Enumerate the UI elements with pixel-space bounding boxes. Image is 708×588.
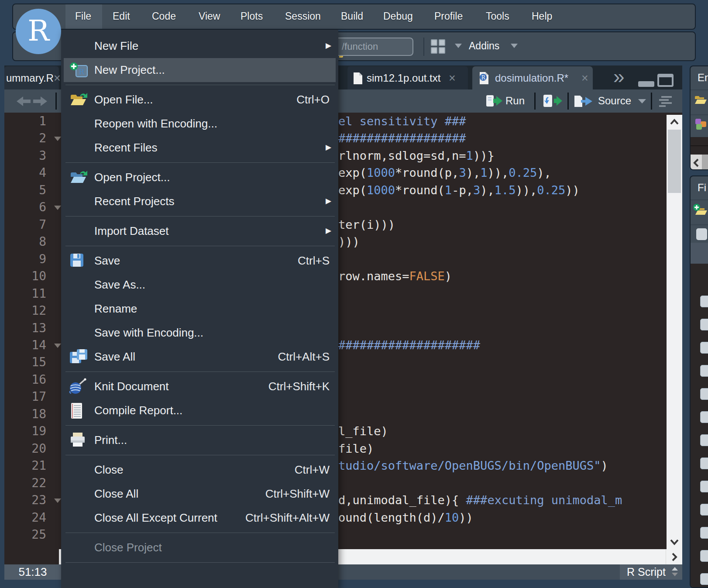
close-tab-icon[interactable]: × <box>449 72 456 85</box>
menu-item-open-file[interactable]: Open File...Ctrl+O <box>61 88 338 112</box>
menu-item-save-with-encoding[interactable]: Save with Encoding... <box>61 321 338 345</box>
menu-item-open-project[interactable]: Open Project... <box>61 165 338 189</box>
menu-item-label: Open Project... <box>94 171 170 184</box>
submenu-arrow-icon: ▶ <box>326 226 331 235</box>
load-workspace-folder-icon[interactable] <box>694 93 708 107</box>
menu-item-new-file[interactable]: New File▶ <box>61 34 338 58</box>
menu-item-import-dataset[interactable]: Import Dataset▶ <box>61 219 338 243</box>
menu-item-save[interactable]: SaveCtrl+S <box>61 249 338 273</box>
new-folder-icon[interactable] <box>693 203 708 218</box>
line-number: 7 <box>4 216 53 234</box>
rerun-icon[interactable] <box>543 94 564 110</box>
menu-item-recent-projects[interactable]: Recent Projects▶ <box>61 189 338 213</box>
minimize-pane-icon[interactable] <box>638 81 654 87</box>
goto-file-function-input[interactable]: /function <box>334 38 413 56</box>
scroll-left-icon[interactable] <box>693 158 700 167</box>
environment-horizontal-scrollbar[interactable] <box>691 155 708 170</box>
file-row-checkbox[interactable] <box>700 527 708 539</box>
forward-arrow-icon[interactable] <box>32 96 48 109</box>
menubar-item-code[interactable]: Code <box>152 10 176 22</box>
tab-summary[interactable]: ummary.R × <box>4 66 59 89</box>
menu-item-knit-document[interactable]: Knit DocumentCtrl+Shift+K <box>61 375 338 399</box>
scroll-right-icon[interactable] <box>666 549 682 564</box>
close-tab-icon[interactable]: × <box>54 72 61 85</box>
source-icon[interactable] <box>574 95 595 110</box>
menubar-item-tools[interactable]: Tools <box>486 10 509 22</box>
file-row-checkbox[interactable] <box>700 573 708 585</box>
file-row-checkbox[interactable] <box>700 388 708 400</box>
menubar-item-help[interactable]: Help <box>532 10 552 22</box>
menu-item-label: Knit Document <box>94 380 169 393</box>
run-button[interactable]: Run <box>505 95 525 107</box>
run-icon[interactable] <box>485 94 505 109</box>
file-row-checkbox[interactable] <box>700 481 708 492</box>
menu-item-reopen-with-encoding[interactable]: Reopen with Encoding... <box>61 112 338 136</box>
menu-item-rename[interactable]: Rename <box>61 297 338 321</box>
line-number: 6 <box>4 199 53 216</box>
code-line-14: #################### <box>338 337 480 354</box>
menu-item-new-project[interactable]: RNew Project... <box>64 58 336 82</box>
menubar-item-file[interactable]: File <box>75 10 91 22</box>
file-row-checkbox[interactable] <box>700 319 708 330</box>
file-row-checkbox[interactable] <box>700 342 708 354</box>
scroll-down-icon[interactable] <box>670 539 679 546</box>
menu-item-icon-empty <box>69 485 89 503</box>
addins-dropdown-caret-icon[interactable] <box>511 44 518 48</box>
line-number: 25 <box>4 526 53 543</box>
menubar-item-debug[interactable]: Debug <box>383 10 413 22</box>
fold-marker-icon[interactable] <box>54 206 61 210</box>
new-project-icon: R <box>69 62 89 79</box>
panes-layout-icon[interactable] <box>431 39 446 54</box>
menu-separator <box>61 560 338 565</box>
file-row-checkbox[interactable] <box>700 434 708 446</box>
menu-item-save-all[interactable]: Save AllCtrl+Alt+S <box>61 345 338 369</box>
maximize-pane-icon[interactable] <box>657 74 674 87</box>
file-row-checkbox[interactable] <box>700 504 708 516</box>
cursor-position-indicator[interactable]: 51:13 <box>4 564 61 580</box>
menu-item-label: Save <box>94 254 120 268</box>
menu-item-close[interactable]: CloseCtrl+W <box>61 458 338 482</box>
menu-item-recent-files[interactable]: Recent Files▶ <box>61 136 338 160</box>
fold-marker-icon[interactable] <box>54 137 61 141</box>
addins-button[interactable]: Addins <box>469 40 499 52</box>
menubar-item-profile[interactable]: Profile <box>434 10 463 22</box>
logo-letter: R <box>27 14 49 48</box>
menubar-item-plots[interactable]: Plots <box>241 10 263 22</box>
menu-item-save-as[interactable]: Save As... <box>61 273 338 297</box>
select-all-checkbox[interactable] <box>696 228 707 240</box>
import-dataset-icon[interactable] <box>694 118 708 133</box>
tab-overflow-icon[interactable]: » <box>613 65 623 88</box>
file-row-checkbox[interactable] <box>700 365 708 377</box>
menu-item-close-all-except-current[interactable]: Close All Except CurrentCtrl+Shift+Alt+W <box>61 506 338 530</box>
print-icon <box>69 432 89 449</box>
file-menu-dropdown: New File▶RNew Project...Open File...Ctrl… <box>61 30 338 588</box>
toolbar-divider <box>55 93 57 110</box>
menubar-item-edit[interactable]: Edit <box>113 10 130 22</box>
scroll-up-icon[interactable] <box>670 118 679 125</box>
rstudio-window: FileEditCodeViewPlotsSessionBuildDebugPr… <box>0 0 708 588</box>
menubar-item-session[interactable]: Session <box>285 10 321 22</box>
tab-dosimulation[interactable]: R dosimulation.R* × <box>472 66 593 89</box>
menubar-item-view[interactable]: View <box>199 10 220 22</box>
file-row-checkbox[interactable] <box>700 457 708 469</box>
fold-marker-icon[interactable] <box>54 499 61 503</box>
file-row-checkbox[interactable] <box>700 296 708 307</box>
tab-sim-output[interactable]: sim12.1p.out.txt × <box>347 66 468 89</box>
vertical-scrollbar[interactable] <box>667 115 682 549</box>
menu-item-print[interactable]: Print... <box>61 428 338 452</box>
source-dropdown-caret-icon[interactable] <box>638 99 646 103</box>
menu-item-close-all[interactable]: Close AllCtrl+Shift+W <box>61 482 338 506</box>
source-button[interactable]: Source <box>598 95 631 107</box>
menu-item-compile-report[interactable]: Compile Report... <box>61 399 338 423</box>
menubar-item-build[interactable]: Build <box>341 10 363 22</box>
document-outline-icon[interactable] <box>658 95 674 109</box>
file-type-selector[interactable]: R Script <box>620 564 682 580</box>
file-row-checkbox[interactable] <box>700 550 708 562</box>
scrollbar-thumb[interactable] <box>668 130 681 193</box>
fold-marker-icon[interactable] <box>54 344 61 348</box>
toolbar-divider <box>534 93 536 110</box>
back-arrow-icon[interactable] <box>16 96 31 109</box>
panes-dropdown-caret-icon[interactable] <box>455 44 462 48</box>
file-row-checkbox[interactable] <box>700 411 708 423</box>
close-tab-icon[interactable]: × <box>581 72 588 85</box>
